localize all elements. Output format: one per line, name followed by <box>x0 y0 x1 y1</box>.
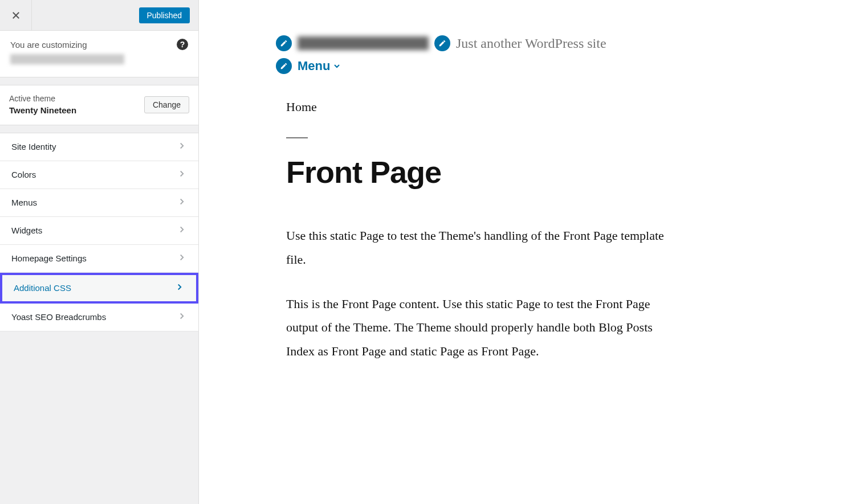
title-divider <box>286 137 308 138</box>
chevron-right-icon <box>177 141 187 153</box>
menu-label: Menu <box>298 59 330 73</box>
menu-item-widgets[interactable]: Widgets <box>0 217 198 245</box>
active-theme-row: Active theme Twenty Nineteen Change <box>0 85 198 125</box>
menu-item-menus[interactable]: Menus <box>0 189 198 217</box>
menu-item-yoast-seo-breadcrumbs[interactable]: Yoast SEO Breadcrumbs <box>0 304 198 331</box>
pencil-icon <box>280 39 288 47</box>
customizing-label: You are customizing <box>10 39 124 52</box>
chevron-right-icon <box>177 311 187 323</box>
chevron-down-icon <box>332 62 341 71</box>
menu-item-additional-css[interactable]: Additional CSS <box>0 273 198 304</box>
change-theme-button[interactable]: Change <box>144 96 189 113</box>
menu-item-label: Colors <box>11 170 36 179</box>
active-theme-name: Twenty Nineteen <box>9 105 76 115</box>
breadcrumb-home[interactable]: Home <box>286 100 686 114</box>
customizer-sidebar: Published You are customizing ? Active t… <box>0 0 199 504</box>
menu-item-site-identity[interactable]: Site Identity <box>0 133 198 161</box>
paragraph: This is the Front Page content. Use this… <box>286 292 674 363</box>
menu-item-label: Site Identity <box>11 142 56 151</box>
published-button[interactable]: Published <box>139 7 190 23</box>
page-content: Front Page Use this static Page to test … <box>276 137 686 363</box>
customizing-info: You are customizing ? <box>0 31 198 77</box>
edit-tagline-button[interactable] <box>434 35 450 51</box>
menu-item-label: Yoast SEO Breadcrumbs <box>11 312 106 322</box>
close-icon <box>11 10 21 21</box>
spacer <box>0 77 198 85</box>
chevron-right-icon <box>177 196 187 208</box>
customizer-menu-list: Site Identity Colors Menus Widgets Homep… <box>0 133 198 331</box>
menu-item-colors[interactable]: Colors <box>0 161 198 189</box>
site-tagline: Just another WordPress site <box>456 36 606 51</box>
preview-header: Just another WordPress site Menu <box>276 35 686 74</box>
pencil-icon <box>280 62 288 70</box>
help-icon[interactable]: ? <box>177 39 188 50</box>
menu-toggle[interactable]: Menu <box>298 59 341 73</box>
paragraph: Use this static Page to test the Theme's… <box>286 224 674 272</box>
menu-item-label: Widgets <box>11 226 42 235</box>
sidebar-header: Published <box>0 0 198 31</box>
menu-item-label: Homepage Settings <box>11 253 87 263</box>
page-title: Front Page <box>286 154 686 190</box>
theme-text: Active theme Twenty Nineteen <box>9 93 76 117</box>
sidebar-empty-area <box>0 331 198 504</box>
edit-menu-button[interactable] <box>276 58 292 74</box>
spacer <box>0 125 198 133</box>
chevron-right-icon <box>174 282 185 294</box>
pencil-icon <box>438 39 446 47</box>
site-title-redacted <box>298 36 429 50</box>
menu-item-homepage-settings[interactable]: Homepage Settings <box>0 245 198 273</box>
edit-site-title-button[interactable] <box>276 35 292 51</box>
active-theme-label: Active theme <box>9 94 55 103</box>
chevron-right-icon <box>177 252 187 264</box>
chevron-right-icon <box>177 224 187 236</box>
chevron-right-icon <box>177 169 187 181</box>
close-button[interactable] <box>0 0 32 31</box>
site-preview: Just another WordPress site Menu Home Fr… <box>199 0 855 504</box>
menu-item-label: Additional CSS <box>14 283 71 293</box>
menu-item-label: Menus <box>11 198 37 207</box>
site-name-redacted <box>10 54 124 64</box>
